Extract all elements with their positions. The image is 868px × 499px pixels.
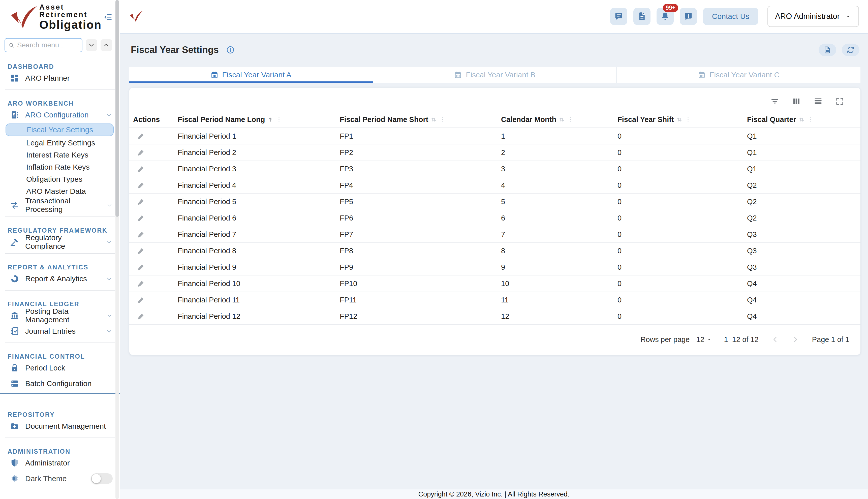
gavel-icon [10, 238, 19, 246]
table-row: Financial Period 4FP440Q2 [129, 177, 860, 194]
previous-page-button[interactable] [770, 334, 780, 344]
tab-fiscal-year-variant-c[interactable]: Fiscal Year Variant C [617, 67, 860, 83]
sidebar-item-journal-entries[interactable]: Journal Entries [0, 323, 120, 339]
sidebar-item-document-management[interactable]: Document Management [0, 418, 120, 434]
chat-button[interactable] [610, 8, 627, 25]
sidebar-item-posting-data-management[interactable]: Posting Data Management [0, 308, 120, 323]
column-header-fiscal-quarter[interactable]: Fiscal Quarter [743, 115, 860, 124]
sidebar-item-batch-configuration[interactable]: Batch Configuration [0, 376, 120, 391]
sidebar-item-obligation-types[interactable]: Obligation Types [0, 173, 120, 185]
cell-fiscal-quarter: Q1 [743, 148, 860, 157]
dark-theme-toggle[interactable] [91, 473, 113, 484]
sidebar-item-interest-rate-keys[interactable]: Interest Rate Keys [0, 149, 120, 161]
sidebar-item-administrator[interactable]: Administrator [0, 455, 120, 471]
edit-row-button[interactable] [136, 312, 145, 321]
sidebar-item-label: Posting Data Management [25, 307, 100, 324]
contact-us-button[interactable]: Contact Us [703, 8, 758, 25]
sidebar-item-aro-master-data[interactable]: ARO Master Data [0, 185, 120, 197]
sidebar-item-aro-planner[interactable]: ARO Planner [0, 70, 120, 86]
cell-fiscal-quarter: Q4 [743, 296, 860, 304]
refresh-icon [846, 46, 855, 54]
page-content: Fiscal Year Settings Fiscal Year Variant… [120, 34, 868, 489]
sidebar-item-inflation-rate-keys[interactable]: Inflation Rate Keys [0, 161, 120, 173]
table-row: Financial Period 8FP880Q3 [129, 243, 860, 259]
cell-fiscal-year-shift: 0 [614, 312, 743, 320]
rows-per-page-value: 12 [696, 336, 704, 344]
edit-row-button[interactable] [136, 164, 145, 173]
sidebar-section-dashboard: DASHBOARD [0, 56, 120, 70]
sidebar-item-fiscal-year-settings[interactable]: Fiscal Year Settings [5, 123, 114, 136]
pagination-nav [770, 334, 800, 344]
feedback-button[interactable] [680, 8, 697, 25]
sidebar-item-dark-theme[interactable]: Dark Theme [0, 471, 120, 486]
cell-fiscal-year-shift: 0 [614, 296, 743, 304]
fullscreen-button[interactable] [835, 96, 845, 106]
sidebar-section-aro-workbench: ARO WORKBENCH [0, 93, 120, 107]
footer: Copyright © 2026, Vizio Inc. | All Right… [120, 489, 868, 499]
tab-label: Fiscal Year Variant C [709, 71, 780, 79]
sidebar-item-transactional-processing[interactable]: Transactional Processing [0, 197, 120, 213]
tab-fiscal-year-variant-a[interactable]: Fiscal Year Variant A [129, 67, 373, 83]
chevron-down-icon [106, 202, 113, 209]
sidebar-item-period-lock[interactable]: Period Lock [0, 360, 120, 376]
sidebar-divider [5, 217, 115, 217]
density-button[interactable] [813, 96, 823, 106]
search-box[interactable] [4, 38, 83, 52]
refresh-button[interactable] [842, 44, 859, 56]
sidebar-scrollbar-thumb[interactable] [115, 0, 119, 217]
column-menu-icon[interactable] [276, 116, 282, 123]
edit-row-button[interactable] [136, 263, 145, 272]
edit-row-button[interactable] [136, 181, 145, 190]
table-row: Financial Period 6FP660Q2 [129, 210, 860, 226]
sidebar-item-regulatory-compliance[interactable]: Regulatory Compliance [0, 234, 120, 250]
sidebar-item-report-and-analytics[interactable]: Report & Analytics [0, 271, 120, 287]
cell-name-short: FP8 [336, 247, 497, 255]
search-next-button[interactable] [86, 39, 97, 51]
edit-row-button[interactable] [136, 214, 145, 222]
edit-row-button[interactable] [136, 279, 145, 288]
cell-calendar-month: 6 [497, 214, 614, 222]
cell-calendar-month: 3 [497, 165, 614, 173]
column-menu-icon[interactable] [439, 116, 445, 123]
column-header-fiscal-year-shift[interactable]: Fiscal Year Shift [614, 115, 743, 124]
sidebar-item-legal-entity-settings[interactable]: Legal Entity Settings [0, 137, 120, 149]
table-row: Financial Period 1FP110Q1 [129, 128, 860, 144]
edit-row-button[interactable] [136, 132, 145, 141]
user-menu-dropdown[interactable]: ARO Administrator [768, 6, 859, 27]
rows-per-page-select[interactable]: 12 [696, 336, 712, 344]
notifications-bell-button[interactable]: 99+ [657, 8, 674, 25]
sidebar-section-financial-ledger: FINANCIAL LEDGER [0, 294, 120, 308]
tab-fiscal-year-variant-b[interactable]: Fiscal Year Variant B [373, 67, 617, 83]
column-header-fiscal-period-name-long[interactable]: Fiscal Period Name Long [174, 115, 336, 124]
sidebar-item-label: Report & Analytics [25, 275, 87, 283]
filter-button[interactable] [770, 96, 780, 106]
edit-row-button[interactable] [136, 197, 145, 206]
export-file-button[interactable] [819, 44, 836, 56]
cell-name-short: FP11 [336, 296, 497, 304]
cell-name-long: Financial Period 7 [174, 230, 336, 239]
search-prev-button[interactable] [100, 39, 112, 51]
sidebar-item-aro-configuration[interactable]: $ARO Configuration [0, 107, 120, 123]
column-menu-icon[interactable] [685, 116, 691, 123]
document-button[interactable] [633, 8, 650, 25]
svg-text:$: $ [13, 112, 15, 118]
edit-row-button[interactable] [136, 230, 145, 239]
edit-row-button[interactable] [136, 246, 145, 255]
column-header-fiscal-period-name-short[interactable]: Fiscal Period Name Short [336, 115, 497, 124]
column-header-calendar-month[interactable]: Calendar Month [497, 115, 614, 124]
edit-row-button[interactable] [136, 295, 145, 304]
search-input[interactable] [17, 41, 78, 49]
next-page-button[interactable] [790, 334, 800, 344]
cell-name-long: Financial Period 6 [174, 214, 336, 222]
cell-fiscal-quarter: Q3 [743, 263, 860, 271]
sidebar-collapse-button[interactable] [104, 12, 113, 23]
pencil-icon [137, 132, 145, 140]
cell-fiscal-quarter: Q4 [743, 312, 860, 320]
edit-row-button[interactable] [136, 148, 145, 157]
notification-badge: 99+ [663, 4, 678, 12]
info-button[interactable] [225, 44, 236, 56]
table-header-row: ActionsFiscal Period Name LongFiscal Per… [129, 111, 860, 128]
column-menu-icon[interactable] [567, 116, 574, 123]
columns-button[interactable] [791, 96, 802, 106]
column-menu-icon[interactable] [807, 116, 814, 123]
